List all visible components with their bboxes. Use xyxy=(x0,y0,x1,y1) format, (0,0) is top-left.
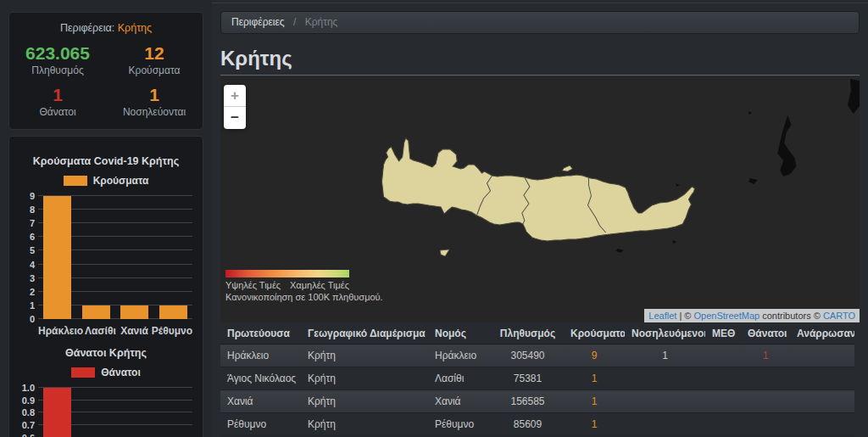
column-header: ΜΕΘ xyxy=(705,324,741,345)
x-axis-label: Λασίθι xyxy=(83,325,117,337)
bar-Χανιά xyxy=(120,305,148,319)
charts-card: Κρούσματα Covid-19 Κρήτης Κρούσματα 0123… xyxy=(8,136,203,437)
y-axis-tick: 8 xyxy=(13,204,35,215)
table-cell: 1 xyxy=(564,413,625,436)
stat-deaths-label: Θάνατοι xyxy=(9,106,106,118)
dia-island xyxy=(562,165,572,171)
y-axis-tick: 0.8 xyxy=(13,407,35,417)
stat-cases-value: 12 xyxy=(106,42,203,64)
stat-population: 623.065 Πληθυσμός xyxy=(9,42,106,76)
breadcrumb-link-regions[interactable]: Περιφέρειες xyxy=(231,16,285,28)
table-cell: Κρήτη xyxy=(301,390,428,413)
gavdos-island xyxy=(440,249,449,256)
stat-cases-label: Κρούσματα xyxy=(106,64,203,76)
table-cell: Ρέθυμνο xyxy=(428,413,492,436)
table-cell: 75381 xyxy=(492,367,564,390)
legend-gradient-bar xyxy=(225,270,349,277)
christiana-islet xyxy=(748,178,758,184)
stats-grid: 623.065 Πληθυσμός 12 Κρούσματα 1 Θάνατοι… xyxy=(9,34,203,129)
bar-Ηράκλειο xyxy=(43,196,71,319)
leaflet-link[interactable]: Leaflet xyxy=(648,311,676,321)
legend-high-label: Υψηλές Τιμές xyxy=(225,280,281,290)
table-cell: 305490 xyxy=(492,345,564,367)
title-divider xyxy=(220,75,860,76)
table-cell xyxy=(705,345,741,367)
map-zoom-control: + − xyxy=(224,85,246,129)
stat-deaths-value: 1 xyxy=(9,84,106,105)
bar-Ηράκλειο xyxy=(43,388,71,437)
table-cell xyxy=(790,367,854,390)
legend-low-label: Χαμηλές Τιμές xyxy=(290,280,349,290)
santorini-island xyxy=(777,115,796,176)
legend-label: Κρούσματα xyxy=(93,175,149,187)
y-axis-tick: 0.9 xyxy=(13,395,35,406)
y-axis-tick: 6 xyxy=(13,232,35,242)
table-cell: Χανιά xyxy=(428,390,492,413)
breadcrumb-current: Κρήτης xyxy=(305,16,338,28)
x-axis-label: Ηράκλειο xyxy=(38,325,83,337)
table-cell: 1 xyxy=(741,345,790,367)
y-axis-tick: 1 xyxy=(13,300,35,311)
sidebar: Περιφέρεια: Κρήτης 623.065 Πληθυσμός 12 … xyxy=(0,0,212,437)
table-row: ΗράκλειοΚρήτηΗράκλειο305490911 xyxy=(220,345,854,367)
zoom-in-button[interactable]: + xyxy=(224,85,246,107)
column-header: Πληθυσμός xyxy=(492,324,564,345)
stat-hospitalized-label: Νοσηλεύονται xyxy=(106,106,203,118)
column-header: Νομός xyxy=(428,324,492,345)
chart-title: Θάνατοι Κρήτης xyxy=(13,347,199,359)
y-axis-tick: 7 xyxy=(13,218,35,228)
app-root: Περιφέρεια: Κρήτης 623.065 Πληθυσμός 12 … xyxy=(0,0,868,437)
islet-dot-2 xyxy=(676,183,679,187)
table-cell: 9 xyxy=(564,345,625,367)
chart-legend: Θάνατοι xyxy=(13,367,199,378)
region-line: Περιφέρεια: Κρήτης xyxy=(9,13,203,34)
table-cell xyxy=(625,367,705,390)
table-cell: Κρήτη xyxy=(301,413,428,436)
table-header-row: ΠρωτεύουσαΓεωγραφικό ΔιαμέρισμαΝομόςΠληθ… xyxy=(220,324,854,345)
table-cell xyxy=(705,367,741,390)
chart-legend: Κρούσματα xyxy=(13,175,199,187)
column-header: Κρούσματα xyxy=(564,324,625,345)
crete-island-shape[interactable] xyxy=(382,138,695,241)
stat-population-label: Πληθυσμός xyxy=(9,64,106,76)
choropleth-legend: Υψηλές Τιμές Χαμηλές Τιμές Κανονικοποίησ… xyxy=(225,270,383,302)
chart-plot-area: 0.00.10.20.30.40.50.60.70.80.91.0 xyxy=(38,388,192,437)
bar-Ρέθυμνο xyxy=(159,305,187,319)
zoom-out-button[interactable]: − xyxy=(224,107,246,129)
table-cell: Άγιος Νικόλαος xyxy=(220,367,301,390)
column-header: Θάνατοι xyxy=(741,324,790,345)
bar-Λασίθι xyxy=(82,305,110,319)
legend-label: Θάνατοι xyxy=(101,367,140,378)
stat-hospitalized: 1 Νοσηλεύονται xyxy=(106,84,203,118)
y-axis-tick: 0.6 xyxy=(13,433,35,437)
prefectures-table: ΠρωτεύουσαΓεωγραφικό ΔιαμέρισμαΝομόςΠληθ… xyxy=(220,324,854,436)
column-header: Γεωγραφικό Διαμέρισμα xyxy=(301,324,428,345)
table-cell xyxy=(625,390,705,413)
openstreetmap-link[interactable]: OpenStreetMap xyxy=(693,311,760,321)
legend-note: Κανονικοποίηση σε 100K πληθυσμού. xyxy=(225,292,383,302)
region-value: Κρήτης xyxy=(118,22,152,34)
chart-title: Κρούσματα Covid-19 Κρήτης xyxy=(13,137,199,167)
table-cell xyxy=(790,413,854,436)
carto-link[interactable]: CARTO xyxy=(823,311,855,321)
column-header: Πρωτεύουσα xyxy=(220,324,301,345)
y-axis-tick: 3 xyxy=(13,273,35,283)
islet-dot-3 xyxy=(672,240,676,244)
breadcrumb: Περιφέρειες / Κρήτης xyxy=(220,11,860,34)
cases-bar-chart: Κρούσματα Covid-19 Κρήτης Κρούσματα 0123… xyxy=(13,137,199,337)
table-cell xyxy=(790,390,854,413)
y-axis-tick: 9 xyxy=(13,191,35,201)
chart-x-axis-labels: ΗράκλειοΛασίθιΧανιάΡέθυμνο xyxy=(38,325,192,337)
attribution-contributors: contributors © xyxy=(760,311,823,321)
legend-swatch xyxy=(64,176,87,186)
table-body: ΗράκλειοΚρήτηΗράκλειο305490911Άγιος Νικό… xyxy=(220,345,854,436)
x-axis-label: Ρέθυμνο xyxy=(152,325,192,337)
islet-dot-1 xyxy=(748,111,752,115)
column-header: Ανάρρωσαν xyxy=(790,324,854,345)
table-cell: 85609 xyxy=(492,413,564,436)
leaflet-map[interactable]: + − Υψηλές Τιμές Χαμηλές Τιμές Κανονικοπ… xyxy=(220,76,860,322)
table-cell: 1 xyxy=(625,345,705,367)
attribution-separator: | © xyxy=(676,311,693,321)
table-row: Άγιος ΝικόλαοςΚρήτηΛασίθι753811 xyxy=(220,367,854,390)
stat-hospitalized-value: 1 xyxy=(106,84,203,105)
